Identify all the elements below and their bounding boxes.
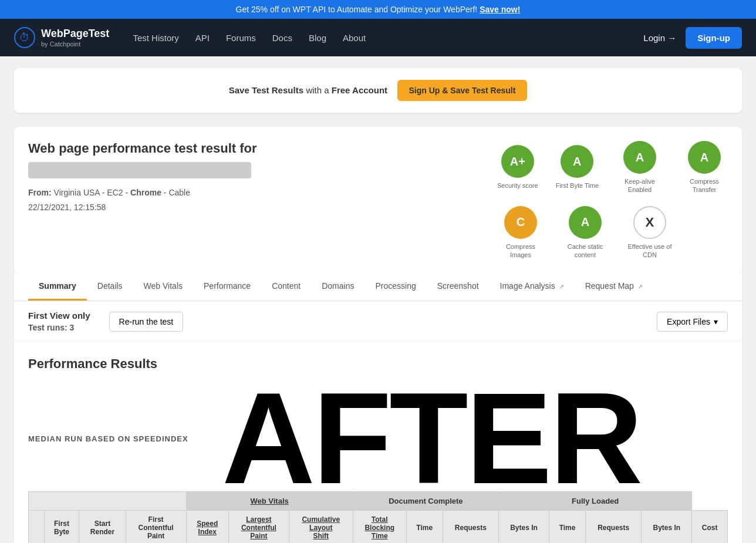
- nav-forums[interactable]: Forums: [226, 31, 256, 45]
- grade-circle-compress-transfer: A: [688, 141, 721, 174]
- th-fl-time: Time: [549, 511, 586, 543]
- save-text-bold: Save Test Results: [229, 85, 303, 95]
- brand-logo[interactable]: ⏱ WebPageTest by Catchpoint: [14, 27, 109, 48]
- median-label: MEDIAN RUN BASED ON SPEEDINDEX: [28, 434, 216, 443]
- tab-details[interactable]: Details: [87, 273, 133, 301]
- grade-label-keepalive: Keep-alive Enabled: [616, 177, 663, 194]
- nav-blog[interactable]: Blog: [309, 31, 326, 45]
- save-text-account: Free Account: [332, 85, 387, 95]
- th-fl-bytes: Bytes In: [642, 511, 692, 543]
- grades-row-2: C Compress Images A Cache static content…: [497, 206, 728, 259]
- grade-first-byte: A First Byte Time: [556, 145, 599, 190]
- grade-cdn: X Effective use of CDN: [626, 206, 673, 259]
- first-view-row: First View only Test runs: 3 Re-run the …: [14, 301, 742, 342]
- tabs-container: Summary Details Web Vitals Performance C…: [14, 273, 742, 301]
- performance-results: Performance Results MEDIAN RUN BASED ON …: [14, 342, 742, 543]
- tab-image-analysis[interactable]: Image Analysis ↗: [490, 273, 575, 301]
- th-speed-index: SpeedIndex: [186, 511, 228, 543]
- save-test-result-button[interactable]: Sign Up & Save Test Result: [397, 80, 528, 101]
- th-fcp: FirstContentfulPaint: [126, 511, 186, 543]
- grade-label-compress-images: Compress Images: [497, 242, 544, 259]
- first-view-left: First View only Test runs: 3 Re-run the …: [28, 311, 183, 332]
- navbar: ⏱ WebPageTest by Catchpoint Test History…: [0, 19, 756, 56]
- result-title: Web page performance test result for: [28, 141, 474, 156]
- grade-label-first-byte: First Byte Time: [556, 181, 599, 190]
- grade-keepalive: A Keep-alive Enabled: [616, 141, 663, 194]
- export-files-button[interactable]: Export Files ▾: [657, 312, 728, 332]
- first-view-info: First View only Test runs: 3: [28, 311, 90, 332]
- th-cost: Cost: [692, 511, 728, 543]
- result-header: Web page performance test result for Fro…: [14, 127, 742, 273]
- tab-screenshot[interactable]: Screenshot: [427, 273, 490, 301]
- grades-row-1: A+ Security score A First Byte Time A Ke…: [497, 141, 728, 194]
- result-top: Web page performance test result for Fro…: [28, 141, 728, 259]
- external-icon-request-map: ↗: [637, 283, 643, 290]
- th-fully-loaded-group: Fully Loaded: [499, 492, 692, 511]
- tab-summary[interactable]: Summary: [28, 273, 87, 301]
- datetime-value: 22/12/2021, 12:15:58: [28, 203, 106, 212]
- promo-banner: Get 25% off on WPT API to Automate and O…: [0, 0, 756, 19]
- url-bar: [28, 162, 251, 178]
- watermark-container: MEDIAN RUN BASED ON SPEEDINDEX AFTER: [28, 386, 728, 491]
- banner-link[interactable]: Save now!: [480, 5, 520, 14]
- tab-domains[interactable]: Domains: [311, 273, 365, 301]
- save-results-banner: Save Test Results with a Free Account Si…: [14, 68, 742, 113]
- signup-button[interactable]: Sign-up: [686, 27, 742, 49]
- save-text-mid: with a: [306, 85, 331, 95]
- brand-text: WebPageTest by Catchpoint: [41, 28, 109, 48]
- results-table: Web Vitals Document Complete Fully Loade…: [28, 491, 728, 543]
- th-doc-complete-group: Document Complete: [353, 492, 498, 511]
- test-runs-label: Test runs:: [28, 323, 68, 332]
- tab-request-map[interactable]: Request Map ↗: [575, 273, 653, 301]
- chevron-down-icon: ▾: [714, 317, 718, 326]
- test-runs: Test runs: 3: [28, 323, 90, 332]
- nav-about[interactable]: About: [343, 31, 366, 45]
- th-tbt: TotalBlockingTime: [353, 511, 406, 543]
- test-runs-value: 3: [70, 323, 75, 332]
- login-button[interactable]: Login →: [643, 33, 676, 43]
- result-meta: From: Virginia USA - EC2 - Chrome - Cabl…: [28, 186, 474, 215]
- from-label: From:: [28, 188, 52, 197]
- tab-content[interactable]: Content: [261, 273, 311, 301]
- grade-circle-cache-static: A: [569, 206, 602, 239]
- first-view-title: First View only: [28, 311, 90, 321]
- th-lcp: LargestContentfulPaint: [228, 511, 289, 543]
- th-fl-requests: Requests: [586, 511, 642, 543]
- brand-icon: ⏱: [14, 27, 35, 48]
- th-dc-time: Time: [406, 511, 443, 543]
- grade-circle-cdn: X: [633, 206, 666, 239]
- export-label: Export Files: [667, 317, 710, 326]
- rerun-test-button[interactable]: Re-run the test: [109, 312, 184, 332]
- main-content: Save Test Results with a Free Account Si…: [0, 56, 756, 543]
- performance-results-title: Performance Results: [28, 356, 728, 372]
- nav-links: Test History API Forums Docs Blog About: [133, 31, 643, 45]
- brand-subtitle: by Catchpoint: [41, 41, 109, 48]
- grade-label-cache-static: Cache static content: [562, 242, 609, 259]
- grade-circle-security: A+: [501, 145, 534, 178]
- after-watermark: AFTER: [222, 386, 640, 491]
- th-dc-bytes: Bytes In: [499, 511, 549, 543]
- content-area: First View only Test runs: 3 Re-run the …: [14, 301, 742, 543]
- grade-circle-compress-images: C: [504, 206, 537, 239]
- result-info: Web page performance test result for Fro…: [28, 141, 474, 215]
- grade-label-cdn: Effective use of CDN: [626, 242, 673, 259]
- th-cls: CumulativeLayoutShift: [289, 511, 353, 543]
- from-value: Virginia USA - EC2: [54, 188, 123, 197]
- grade-label-security: Security score: [497, 181, 538, 190]
- grade-circle-first-byte: A: [561, 145, 593, 178]
- tab-processing[interactable]: Processing: [365, 273, 426, 301]
- tab-web-vitals[interactable]: Web Vitals: [133, 273, 193, 301]
- grade-security: A+ Security score: [497, 145, 538, 190]
- nav-api[interactable]: API: [195, 31, 210, 45]
- th-start-render: StartRender: [79, 511, 126, 543]
- th-run: [29, 511, 45, 543]
- grade-label-compress-transfer: Compress Transfer: [681, 177, 728, 194]
- th-first-byte: FirstByte: [44, 511, 79, 543]
- browser-value: Chrome: [130, 188, 161, 197]
- results-table-wrapper: Web Vitals Document Complete Fully Loade…: [28, 491, 728, 543]
- grade-compress-images: C Compress Images: [497, 206, 544, 259]
- banner-text: Get 25% off on WPT API to Automate and O…: [236, 5, 478, 14]
- nav-test-history[interactable]: Test History: [133, 31, 178, 45]
- tab-performance[interactable]: Performance: [193, 273, 261, 301]
- nav-docs[interactable]: Docs: [272, 31, 292, 45]
